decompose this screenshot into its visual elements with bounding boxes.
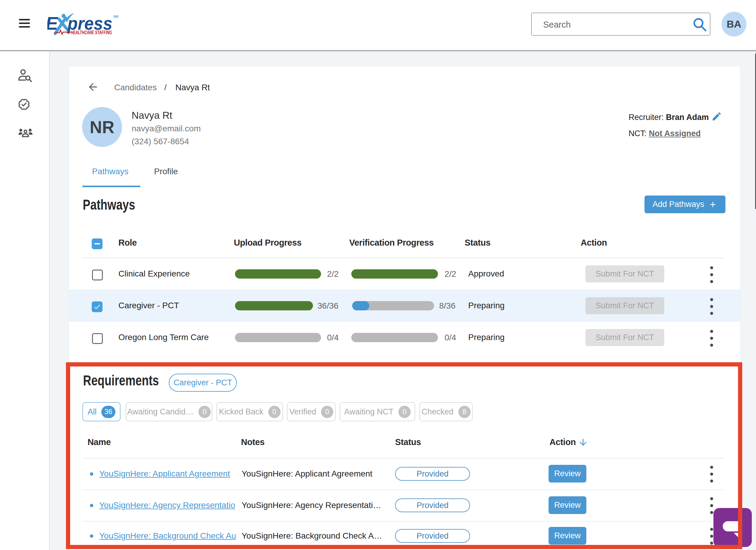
svg-text:SM: SM bbox=[113, 15, 118, 18]
svg-text:HEALTHCARE STAFFING: HEALTHCARE STAFFING bbox=[71, 30, 112, 35]
